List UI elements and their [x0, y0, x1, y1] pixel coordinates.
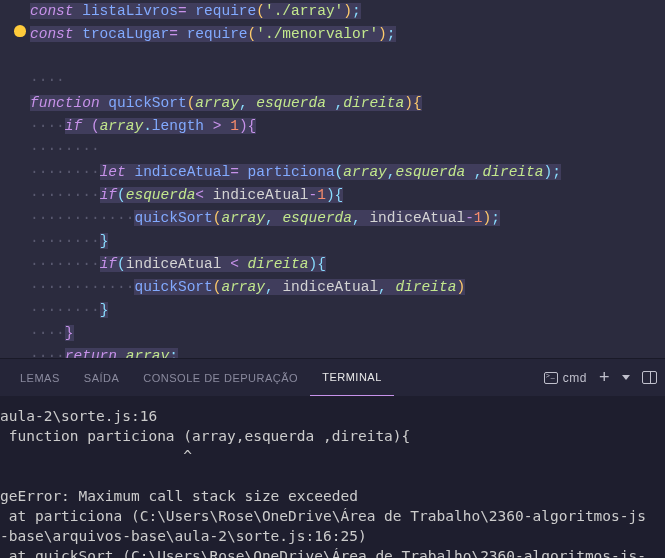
panel-tab-lemas[interactable]: LEMAS: [8, 359, 72, 396]
terminal-output[interactable]: aula-2\sorte.js:16 function particiona (…: [0, 396, 665, 558]
code-line[interactable]: ········if(esquerda< indiceAtual-1){: [0, 184, 665, 207]
code-line[interactable]: const listaLivros= require('./array');: [0, 0, 665, 23]
terminal-toolbar: cmd +: [544, 367, 657, 388]
code-line[interactable]: ····return array;: [0, 345, 665, 358]
code-line[interactable]: ········}: [0, 230, 665, 253]
code-line[interactable]: [0, 46, 665, 69]
panel-tab-terminal[interactable]: TERMINAL: [310, 359, 394, 396]
split-terminal-icon[interactable]: [642, 371, 657, 384]
code-line[interactable]: ····}: [0, 322, 665, 345]
panel-tab-saída[interactable]: SAÍDA: [72, 359, 132, 396]
terminal-icon: [544, 372, 558, 384]
code-line[interactable]: ········let indiceAtual= particiona(arra…: [0, 161, 665, 184]
shell-selector[interactable]: cmd: [544, 371, 587, 385]
panel-tab-console-de-depuração[interactable]: CONSOLE DE DEPURAÇÃO: [131, 359, 310, 396]
code-line[interactable]: const trocaLugar= require('./menorvalor'…: [0, 23, 665, 46]
code-line[interactable]: ····: [0, 69, 665, 92]
code-line[interactable]: function quickSort(array, esquerda ,dire…: [0, 92, 665, 115]
code-editor[interactable]: const listaLivros= require('./array');co…: [0, 0, 665, 358]
lightbulb-icon[interactable]: [14, 25, 26, 37]
code-line[interactable]: ············quickSort(array, esquerda, i…: [0, 207, 665, 230]
panel-tabs: LEMASSAÍDACONSOLE DE DEPURAÇÃOTERMINAL c…: [0, 358, 665, 396]
shell-name: cmd: [563, 371, 587, 385]
chevron-down-icon[interactable]: [622, 375, 630, 380]
code-line[interactable]: ····if (array.length > 1){: [0, 115, 665, 138]
new-terminal-button[interactable]: +: [599, 367, 610, 388]
code-line[interactable]: ········}: [0, 299, 665, 322]
code-line[interactable]: ········: [0, 138, 665, 161]
code-line[interactable]: ············quickSort(array, indiceAtual…: [0, 276, 665, 299]
code-line[interactable]: ········if(indiceAtual < direita){: [0, 253, 665, 276]
